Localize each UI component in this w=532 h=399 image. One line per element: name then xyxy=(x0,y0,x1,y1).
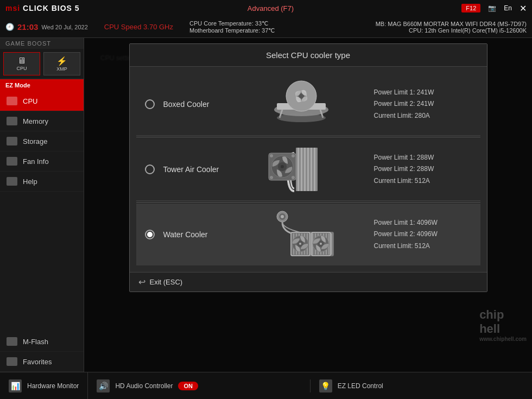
sidebar-label-favorites: Favorites xyxy=(23,358,52,366)
help-nav-icon xyxy=(7,177,17,186)
cooler-option-tower[interactable]: Tower Air Cooler xyxy=(136,138,480,201)
sidebar-label-fan-info: Fan Info xyxy=(23,157,49,166)
hd-audio-section: 🔊 HD Audio Controller ON xyxy=(88,379,310,392)
svg-rect-41 xyxy=(331,233,332,255)
svg-rect-14 xyxy=(314,148,315,191)
cooler-name-tower: Tower Air Cooler xyxy=(163,165,229,174)
sidebar-nav: CPU Memory Storage Fan Info Help M-Fla xyxy=(0,91,84,372)
sidebar-icon-cpu[interactable]: 🖥 CPU xyxy=(3,52,40,75)
mb-info: MB: MAG B660M MORTAR MAX WIFI DDR4 (MS-7… xyxy=(376,21,527,27)
svg-point-25 xyxy=(281,215,284,218)
fan-nav-icon xyxy=(7,157,17,166)
svg-point-19 xyxy=(270,154,273,157)
f12-button[interactable]: F12 xyxy=(461,4,480,12)
cooler-option-water[interactable]: Water Cooler xyxy=(136,204,480,265)
boxed-pl2: Power Limit 2: 241W xyxy=(374,98,472,110)
watermark: chiphell www.chiphell.com xyxy=(479,308,527,342)
hd-audio-label: HD Audio Controller xyxy=(115,382,173,390)
led-icon: 💡 xyxy=(319,379,332,392)
tower-cl: Current Limit: 512A xyxy=(374,175,472,187)
hardware-monitor-label: Hardware Monitor xyxy=(27,382,79,390)
content-area: CPU settings content area... Select CPU … xyxy=(84,38,532,372)
top-bar: msi CLICK BIOS 5 Advanced (F7) F12 📷 En … xyxy=(0,0,532,16)
cpu-nav-icon xyxy=(7,97,17,105)
cooler-select-modal: Select CPU cooler type Boxed Cooler xyxy=(129,43,487,292)
sidebar-label-mflash: M-Flash xyxy=(23,338,48,346)
audio-icon: 🔊 xyxy=(97,379,110,392)
sidebar-item-storage[interactable]: Storage xyxy=(0,131,84,151)
cooler-icon-water xyxy=(237,210,365,259)
boxed-pl1: Power Limit 1: 241W xyxy=(374,87,472,99)
time-section: 🕘 21:03 Wed 20 Jul, 2022 xyxy=(5,22,88,31)
sidebar-item-help[interactable]: Help xyxy=(0,172,84,192)
svg-rect-11 xyxy=(304,148,306,191)
cooler-option-boxed[interactable]: Boxed Cooler xyxy=(136,73,480,136)
mode-label: Advanced (F7) xyxy=(248,4,294,12)
radio-water-inner xyxy=(147,232,153,237)
sidebar-item-fan-info[interactable]: Fan Info xyxy=(0,151,84,172)
sidebar-item-favorites[interactable]: Favorites xyxy=(0,352,84,372)
radio-tower[interactable] xyxy=(145,164,155,174)
ez-mode-bar: EZ Mode xyxy=(0,79,84,91)
boxed-cooler-svg xyxy=(266,80,337,129)
cooler-specs-water: Power Limit 1: 4096W Power Limit 2: 4096… xyxy=(374,217,472,252)
sidebar-icon-xmp[interactable]: ⚡ XMP xyxy=(43,52,80,75)
svg-rect-13 xyxy=(311,148,312,191)
sidebar: GAME BOOST 🖥 CPU ⚡ XMP EZ Mode CPU Memor… xyxy=(0,38,84,372)
water-cooler-svg xyxy=(266,210,337,259)
sidebar-item-mflash[interactable]: M-Flash xyxy=(0,332,84,352)
cpu-speed-value: 3.70 GHz xyxy=(143,23,173,31)
sidebar-icons: 🖥 CPU ⚡ XMP xyxy=(0,49,84,79)
exit-button[interactable]: ↩ Exit (ESC) xyxy=(138,277,183,287)
watermark-url: www.chiphell.com xyxy=(479,336,527,342)
info-bar: 🕘 21:03 Wed 20 Jul, 2022 CPU Speed 3.70 … xyxy=(0,16,532,38)
date-display: Wed 20 Jul, 2022 xyxy=(41,24,87,30)
bottom-bar: 📊 Hardware Monitor 🔊 HD Audio Controller… xyxy=(0,372,532,399)
cooler-icon-tower xyxy=(237,145,365,194)
svg-point-49 xyxy=(320,243,322,245)
tower-cooler-svg xyxy=(266,145,337,194)
cooler-specs-tower: Power Limit 1: 288W Power Limit 2: 288W … xyxy=(374,152,472,187)
svg-point-22 xyxy=(292,176,295,179)
modal-title: Select CPU cooler type xyxy=(130,44,487,67)
screenshot-icon: 📷 xyxy=(488,4,496,12)
modal-footer: ↩ Exit (ESC) xyxy=(130,272,487,292)
language-selector[interactable]: En xyxy=(504,4,512,12)
cooler-name-water: Water Cooler xyxy=(163,230,229,239)
radio-boxed[interactable] xyxy=(145,99,155,109)
mb-temp: Motherboard Temperature: 37℃ xyxy=(189,27,275,34)
cpu-temp: CPU Core Temperature: 33℃ xyxy=(189,20,275,27)
cpu-info-section: MB: MAG B660M MORTAR MAX WIFI DDR4 (MS-7… xyxy=(376,21,527,34)
ez-led-label: EZ LED Control xyxy=(338,382,383,390)
cooler-icon-boxed xyxy=(237,80,365,129)
water-cl: Current Limit: 512A xyxy=(374,240,472,252)
cooler-name-boxed: Boxed Cooler xyxy=(163,100,229,109)
clock-icon: 🕘 xyxy=(5,23,14,31)
water-pl1: Power Limit 1: 4096W xyxy=(374,217,472,229)
cpu-speed-label: CPU Speed xyxy=(104,23,142,31)
audio-toggle[interactable]: ON xyxy=(178,382,198,390)
temp-section: CPU Core Temperature: 33℃ Motherboard Te… xyxy=(189,20,275,34)
main-layout: GAME BOOST 🖥 CPU ⚡ XMP EZ Mode CPU Memor… xyxy=(0,38,532,372)
favorites-nav-icon xyxy=(7,357,17,366)
cpu-speed-section: CPU Speed 3.70 GHz xyxy=(104,23,173,31)
svg-point-18 xyxy=(281,165,284,168)
svg-rect-10 xyxy=(301,148,302,191)
hardware-monitor-icon: 📊 xyxy=(9,379,22,392)
svg-point-45 xyxy=(299,243,301,245)
close-button[interactable]: ✕ xyxy=(520,3,527,14)
game-boost-bar: GAME BOOST xyxy=(0,38,84,49)
boxed-cl: Current Limit: 280A xyxy=(374,110,472,122)
radio-water[interactable] xyxy=(145,230,155,239)
svg-point-20 xyxy=(292,154,295,157)
cooler-specs-boxed: Power Limit 1: 241W Power Limit 2: 241W … xyxy=(374,87,472,122)
water-pl2: Power Limit 2: 4096W xyxy=(374,229,472,240)
exit-label: Exit (ESC) xyxy=(150,278,183,286)
memory-nav-icon xyxy=(7,117,17,125)
sidebar-label-storage: Storage xyxy=(23,137,48,145)
sidebar-item-cpu[interactable]: CPU xyxy=(0,91,84,111)
sidebar-item-memory[interactable]: Memory xyxy=(0,111,84,131)
ez-led-section: 💡 EZ LED Control xyxy=(311,379,532,392)
hardware-monitor-section[interactable]: 📊 Hardware Monitor xyxy=(0,372,88,399)
mflash-nav-icon xyxy=(7,337,17,346)
